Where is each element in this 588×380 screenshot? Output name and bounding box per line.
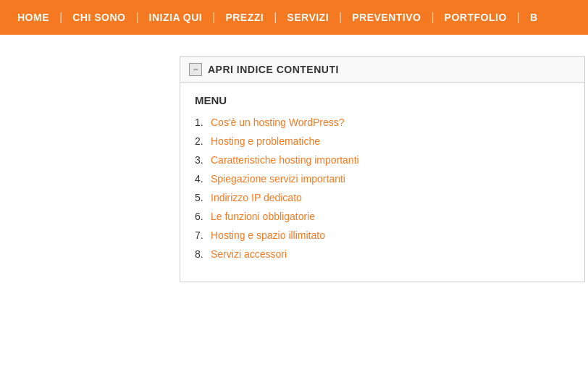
toc-list-item: 2.Hosting e problematiche [195,135,570,147]
nav-item-portfolio[interactable]: PORTFOLIO [434,12,517,23]
toc-item-link[interactable]: Spiegazione servizi importanti [211,173,345,185]
toc-item-number: 8. [195,248,211,260]
toc-item-link[interactable]: Hosting e spazio illimitato [211,229,325,241]
toc-item-link[interactable]: Caratteristiche hosting importanti [211,154,359,166]
navbar: HOME|CHI SONO|INIZIA QUI|PREZZI|SERVIZI|… [0,0,588,35]
toc-item-number: 7. [195,229,211,241]
toc-item-link[interactable]: Cos'è un hosting WordPress? [211,117,345,128]
nav-separator: | [517,11,520,24]
nav-item-blog[interactable]: B [520,12,548,23]
toc-toggle-button[interactable]: − [189,63,202,76]
toc-item-link[interactable]: Hosting e problematiche [211,135,320,147]
toc-list-item: 1.Cos'è un hosting WordPress? [195,117,570,128]
nav-separator: | [431,11,434,24]
toc-item-number: 2. [195,135,211,147]
toc-item-link[interactable]: Indirizzo IP dedicato [211,192,302,203]
toc-item-number: 5. [195,192,211,203]
toc-item-number: 4. [195,173,211,185]
toc-list-item: 4.Spiegazione servizi importanti [195,173,570,185]
toc-item-link[interactable]: Servizi accessori [211,248,287,260]
toc-item-number: 3. [195,154,211,166]
toc-list-item: 6.Le funzioni obbligatorie [195,211,570,222]
nav-separator: | [339,11,342,24]
toc-list: 1.Cos'è un hosting WordPress?2.Hosting e… [195,117,570,260]
menu-label: MENU [195,94,570,106]
toc-list-item: 8.Servizi accessori [195,248,570,260]
nav-item-prezzi[interactable]: PREZZI [215,12,274,23]
nav-item-chi-sono[interactable]: CHI SONO [62,12,135,23]
toc-header: − APRI INDICE CONTENUTI [180,57,584,83]
toc-item-link[interactable]: Le funzioni obbligatorie [211,211,315,222]
nav-item-preventivo[interactable]: PREVENTIVO [342,12,431,23]
nav-separator: | [212,11,215,24]
toc-list-item: 3.Caratteristiche hosting importanti [195,154,570,166]
nav-separator: | [274,11,277,24]
toc-list-item: 5.Indirizzo IP dedicato [195,192,570,203]
toc-list-item: 7.Hosting e spazio illimitato [195,229,570,241]
toc-item-number: 1. [195,117,211,128]
nav-separator: | [135,11,138,24]
nav-item-servizi[interactable]: SERVIZI [277,12,339,23]
toc-header-title: APRI INDICE CONTENUTI [208,64,339,75]
nav-item-inizia-qui[interactable]: INIZIA QUI [139,12,213,23]
nav-item-home[interactable]: HOME [7,12,59,23]
main-content: − APRI INDICE CONTENUTI MENU 1.Cos'è un … [0,35,588,304]
toc-container: − APRI INDICE CONTENUTI MENU 1.Cos'è un … [180,56,585,282]
nav-separator: | [59,11,62,24]
toc-body: MENU 1.Cos'è un hosting WordPress?2.Host… [180,83,584,282]
toc-item-number: 6. [195,211,211,222]
